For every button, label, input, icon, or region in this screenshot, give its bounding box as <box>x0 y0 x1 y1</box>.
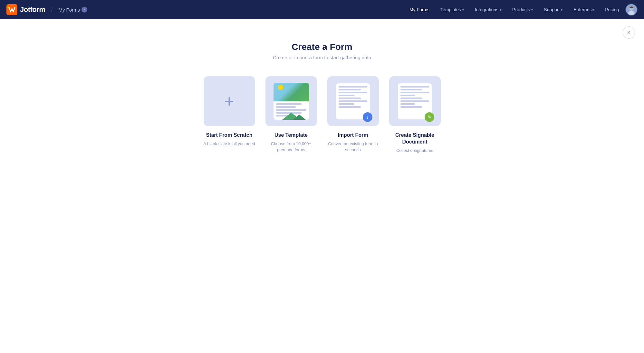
import-line-3 <box>339 92 367 93</box>
modal-title: Create a Form <box>292 42 352 52</box>
create-form-modal: × Create a Form Create or import a form … <box>0 19 644 353</box>
use-template-card[interactable]: Use Template Choose from 10,000+ premade… <box>264 76 319 153</box>
template-header-image <box>274 83 309 101</box>
pen-icon: ✎ <box>428 115 431 119</box>
import-line-5 <box>339 98 361 99</box>
download-badge: ↓ <box>363 112 372 122</box>
sign-line-1 <box>400 86 429 88</box>
templates-caret: ▾ <box>462 8 464 12</box>
sign-icon-wrap: ✎ <box>389 76 441 126</box>
start-from-scratch-card[interactable]: + Start From Scratch A blank slate is al… <box>202 76 257 153</box>
template-line-3 <box>276 109 306 111</box>
import-form-card[interactable]: ↓ Import Form Convert an existing form i… <box>326 76 380 153</box>
nav-my-forms[interactable]: My Forms <box>405 5 434 14</box>
import-icon-wrap: ↓ <box>327 76 379 126</box>
import-title: Import Form <box>338 132 368 139</box>
nav-pricing[interactable]: Pricing <box>601 5 623 14</box>
close-button[interactable]: × <box>623 26 635 39</box>
download-icon: ↓ <box>366 114 369 120</box>
import-desc: Convert an existing form in seconds <box>326 141 380 153</box>
modal-subtitle: Create or import a form to start gatheri… <box>273 55 371 60</box>
import-line-6 <box>339 100 367 102</box>
import-line-2 <box>339 89 361 90</box>
sign-line-3 <box>400 92 429 93</box>
breadcrumb[interactable]: My Forms ✓ <box>58 7 87 13</box>
sign-line-4 <box>400 95 415 96</box>
mountain-icon-2 <box>293 115 306 120</box>
import-preview: ↓ <box>336 83 370 119</box>
sign-line-2 <box>400 89 422 90</box>
template-desc: Choose from 10,000+ premade forms <box>264 141 319 153</box>
nav-products[interactable]: Products ▾ <box>508 5 537 14</box>
navbar-left: Jotform / My Forms ✓ <box>6 4 87 15</box>
sign-desc: Collect e-signatures <box>396 148 433 154</box>
nav-support[interactable]: Support ▾ <box>539 5 567 14</box>
template-title: Use Template <box>274 132 308 139</box>
logo[interactable]: Jotform <box>6 4 45 15</box>
sign-line-6 <box>400 100 429 102</box>
scratch-title: Start From Scratch <box>206 132 252 139</box>
sign-line-7 <box>400 103 415 105</box>
sign-preview: ✎ <box>398 83 432 119</box>
user-avatar[interactable] <box>625 4 638 16</box>
nav-templates[interactable]: Templates ▾ <box>436 5 468 14</box>
template-preview <box>274 83 309 120</box>
avatar-image <box>626 4 637 15</box>
sign-line-5 <box>400 98 422 99</box>
import-line-7 <box>339 103 354 105</box>
create-signable-card[interactable]: ✎ Create Signable Document Collect e-sig… <box>388 76 442 153</box>
navbar-right: My Forms Templates ▾ Integrations ▾ Prod… <box>405 4 638 16</box>
import-line-4 <box>339 95 354 96</box>
scratch-desc: A blank slate is all you need <box>203 141 255 147</box>
plus-icon: + <box>224 93 234 110</box>
sign-title: Create Signable Document <box>388 132 442 145</box>
import-line-1 <box>339 86 367 88</box>
jotform-logo-icon <box>6 4 17 15</box>
svg-point-1 <box>8 7 9 8</box>
navbar: Jotform / My Forms ✓ My Forms Templates … <box>0 0 644 19</box>
template-line-2 <box>276 106 296 108</box>
sun-icon <box>278 85 283 90</box>
pen-badge: ✎ <box>425 112 434 122</box>
support-caret: ▾ <box>561 8 562 12</box>
products-caret: ▾ <box>531 8 533 12</box>
integrations-caret: ▾ <box>500 8 501 12</box>
verified-icon: ✓ <box>82 7 87 13</box>
scratch-icon-wrap: + <box>204 76 255 126</box>
logo-text: Jotform <box>20 5 45 14</box>
template-icon-wrap <box>265 76 317 126</box>
nav-integrations[interactable]: Integrations ▾ <box>470 5 506 14</box>
create-options-row: + Start From Scratch A blank slate is al… <box>202 76 442 153</box>
import-line-8 <box>339 106 361 108</box>
breadcrumb-text: My Forms <box>58 7 80 13</box>
breadcrumb-separator: / <box>51 6 53 13</box>
sign-line-8 <box>400 106 422 108</box>
template-line-1 <box>276 103 302 105</box>
nav-enterprise[interactable]: Enterprise <box>569 5 599 14</box>
